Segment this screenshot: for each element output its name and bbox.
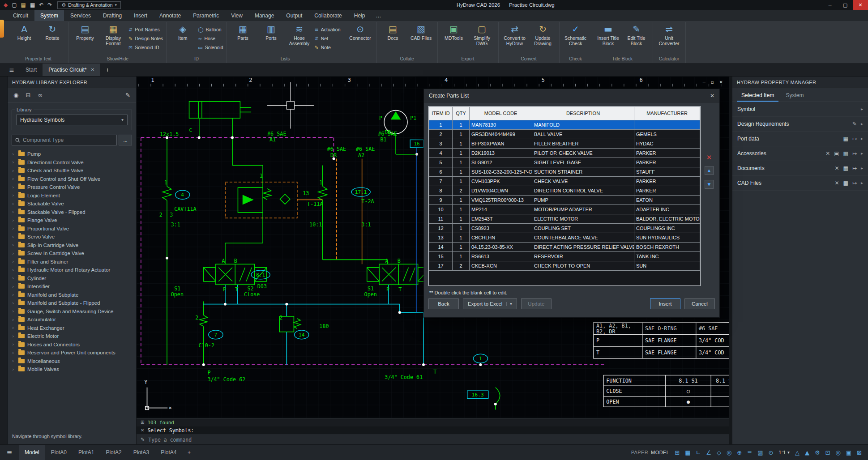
property-tab-system[interactable]: System bbox=[781, 90, 808, 102]
ribbon-button-height[interactable]: AHeight bbox=[11, 23, 37, 41]
ribbon-button-solenoid-id[interactable]: ⊡Solenoid ID bbox=[128, 43, 163, 51]
table-row[interactable]: 131CBCHLHNCOUNTERBALANCE VALVESUN HYDRAU… bbox=[429, 233, 700, 243]
polar-icon[interactable]: ∠ bbox=[706, 450, 711, 456]
export-icon[interactable]: ↦ bbox=[852, 180, 857, 186]
doc-tab-start[interactable]: Start bbox=[20, 64, 43, 76]
layout-tab-plota2[interactable]: PlotA2 bbox=[100, 445, 127, 460]
ribbon-tab-parametric[interactable]: Parametric bbox=[187, 10, 225, 21]
ribbon-button-convert-to-hydraw[interactable]: ⇄Convert to HyDraw bbox=[502, 23, 528, 46]
ribbon-button-item[interactable]: ◈Item bbox=[170, 23, 196, 41]
tree-item-manifold-and-subplate[interactable]: ›Manifold and Subplate bbox=[8, 291, 136, 299]
ribbon-button-rotate[interactable]: ↻Rotate bbox=[39, 23, 65, 41]
ribbon-button-unit-converter[interactable]: ⇌Unit Converter bbox=[656, 23, 682, 46]
drawing-restore-icon[interactable]: ▫ bbox=[711, 80, 714, 85]
ribbon-button-schematic-check[interactable]: ✓Schematic Check bbox=[563, 23, 589, 46]
table-row[interactable]: 61SUS-102-G32-200-125-P-OSUCTION STRAINE… bbox=[429, 167, 700, 177]
ribbon-button-solenoid[interactable]: ▭Solenoid bbox=[198, 43, 223, 51]
update-button[interactable]: Update bbox=[521, 298, 552, 309]
save-icon[interactable]: ▦ bbox=[843, 151, 848, 156]
table-row[interactable]: 14104.15.23-03-85-XXDIRECT ACTING PRESSU… bbox=[429, 243, 700, 252]
doc-tab-practise-circuit[interactable]: Practise Circuit*✕ bbox=[43, 64, 100, 76]
ribbon-tab-collaborate[interactable]: Collaborate bbox=[308, 10, 347, 21]
tree-item-servo-valve[interactable]: ›Servo Valve bbox=[8, 233, 136, 241]
ribbon-button-balloon[interactable]: ◯Balloon bbox=[198, 26, 223, 34]
workspace-selector[interactable]: ⚙ Drafting & Annotation ▾ bbox=[57, 1, 121, 9]
property-section-symbol[interactable]: Symbol▸ bbox=[732, 102, 868, 117]
ribbon-button-edit-title-block[interactable]: ✎Edit Title Block bbox=[624, 23, 650, 46]
minimize-button[interactable]: ─ bbox=[822, 0, 838, 10]
ribbon-tab-output[interactable]: Output bbox=[280, 10, 308, 21]
dialog-close-icon[interactable]: ✕ bbox=[710, 93, 714, 98]
layout-tab-model[interactable]: Model bbox=[19, 445, 45, 460]
close-button[interactable]: ✕ bbox=[853, 0, 868, 10]
export-icon[interactable]: ↦ bbox=[852, 151, 857, 156]
search-more-button[interactable]: ... bbox=[119, 135, 132, 145]
drawing-close-icon[interactable]: ✕ bbox=[719, 80, 723, 85]
cancel-button[interactable]: Cancel bbox=[684, 298, 715, 309]
tree-item-flange-valve[interactable]: ›Flange Valve bbox=[8, 216, 136, 225]
table-row[interactable]: 11MAN78130MANIFOLD bbox=[429, 120, 700, 130]
table-row[interactable]: 172CKEB-XCNCHECK PILOT TO OPENSUN bbox=[429, 261, 700, 271]
ribbon-button-simplify-dwg[interactable]: ▢Simplify DWG bbox=[469, 23, 495, 46]
new-doc-tab-button[interactable]: + bbox=[100, 64, 115, 76]
tree-item-proportional-valve[interactable]: ›Proportional Valve bbox=[8, 225, 136, 233]
delete-icon[interactable]: ✕ bbox=[835, 166, 839, 171]
ribbon-button-docs[interactable]: ▤Docs bbox=[380, 23, 406, 41]
tree-item-screw-in-cartridge-valve[interactable]: ›Screw-In Cartridge Valve bbox=[8, 249, 136, 258]
export-to-excel-dropdown[interactable]: Export to Excel ▾ bbox=[463, 298, 517, 309]
edit-icon[interactable]: ✎ bbox=[852, 121, 857, 127]
tree-item-pressure-control-valve[interactable]: ›Pressure Control Valve bbox=[8, 183, 136, 192]
ribbon-button-design-notes[interactable]: ✎Design Notes bbox=[128, 34, 163, 43]
tree-item-flow-control-and-shut-off-valve[interactable]: ›Flow Control and Shut Off Valve bbox=[8, 175, 136, 183]
tree-item-cylinder[interactable]: ›Cylinder bbox=[8, 274, 136, 283]
ports-view-icon[interactable]: ∞ bbox=[38, 92, 43, 98]
export-icon[interactable]: ↦ bbox=[852, 166, 857, 171]
tree-item-accumulator[interactable]: ›Accumulator bbox=[8, 315, 136, 324]
ribbon-tab-drafting[interactable]: Drafting bbox=[97, 10, 128, 21]
export-icon[interactable]: ↦ bbox=[852, 136, 857, 141]
back-button[interactable]: Back bbox=[428, 298, 459, 309]
ribbon-button-ports[interactable]: ▥Ports bbox=[258, 23, 284, 41]
property-tab-selected-item[interactable]: Selected Item bbox=[737, 90, 778, 102]
dialog-titlebar[interactable]: Create Parts List ✕ bbox=[424, 89, 719, 102]
table-row[interactable]: 121CS8923COUPLING SETCOUPLINGS INC bbox=[429, 224, 700, 233]
move-down-button[interactable]: ▼ bbox=[705, 180, 714, 189]
tree-item-hoses-and-connectors[interactable]: ›Hoses and Connectors bbox=[8, 341, 136, 349]
delete-row-icon[interactable]: ✕ bbox=[706, 154, 712, 161]
tree-item-intensifier[interactable]: ›Intensifier bbox=[8, 282, 136, 291]
tree-item-manifold-and-subplate-flipped[interactable]: ›Manifold and Subplate - Flipped bbox=[8, 299, 136, 307]
open-icon[interactable]: ▤ bbox=[21, 2, 26, 8]
autoscale-icon[interactable]: ▲ bbox=[805, 450, 809, 456]
save-icon[interactable]: ▦ bbox=[843, 166, 848, 171]
table-row[interactable]: 101MP214MOTOR/PUMP ADAPTERADAPTER INC bbox=[429, 205, 700, 214]
ribbon-tab-circuit[interactable]: Circuit bbox=[7, 10, 34, 21]
table-row[interactable]: 41D2K19013PILOT OP. CHECK VALVEPARKER bbox=[429, 149, 700, 158]
statusbar-menu-button[interactable]: ≡ bbox=[0, 445, 19, 460]
tree-item-reservoir-and-power-unit-components[interactable]: ›Reservoir and Power Unit components bbox=[8, 349, 136, 357]
ribbon-button-parts[interactable]: ▦Parts bbox=[230, 23, 256, 41]
redo-icon[interactable]: ↷ bbox=[47, 2, 52, 8]
ribbon-button-net[interactable]: #Net bbox=[315, 34, 341, 43]
tree-item-directional-control-valve[interactable]: ›Directional Control Valve bbox=[8, 158, 136, 167]
table-row[interactable]: 31BFP30XPWANFILLER BREATHERHYDAC bbox=[429, 139, 700, 149]
property-section-cad-files[interactable]: CAD Files✕▦↦▸ bbox=[732, 176, 868, 191]
edit-library-icon[interactable]: ✎ bbox=[125, 92, 130, 98]
delete-icon[interactable]: ✕ bbox=[825, 151, 830, 156]
ribbon-tab-system[interactable]: System bbox=[34, 10, 64, 21]
selection-cycling-icon[interactable]: ⊙ bbox=[768, 450, 773, 456]
ribbon-tab-view[interactable]: View bbox=[225, 10, 248, 21]
ribbon-button-actuation[interactable]: ≡Actuation bbox=[315, 26, 341, 34]
connections-view-icon[interactable]: ⊟ bbox=[26, 92, 30, 98]
isodraft-icon[interactable]: ◇ bbox=[717, 450, 721, 456]
property-section-design-requirements[interactable]: Design Requirements✎▸ bbox=[732, 117, 868, 132]
ribbon-button-note[interactable]: ✎Note bbox=[315, 43, 341, 51]
property-section-port-data[interactable]: Port data▦↦▸ bbox=[732, 132, 868, 146]
layout-tab-plota3[interactable]: PlotA3 bbox=[128, 445, 155, 460]
ribbon-button-update-drawing[interactable]: ↻Update Drawing bbox=[530, 23, 556, 46]
table-row[interactable]: 82D1VW004CLWNDIRECTION CONTROL VALVEPARK… bbox=[429, 186, 700, 196]
ribbon-tab-help[interactable]: Help bbox=[348, 10, 371, 21]
ribbon-tab-services[interactable]: Services bbox=[64, 10, 97, 21]
ribbon-button-property[interactable]: ▤Property bbox=[72, 23, 98, 41]
tree-item-filter-and-strainer[interactable]: ›Filter and Strainer bbox=[8, 258, 136, 266]
table-row[interactable]: 71CVH103PPKCHECK VALVEPARKER bbox=[429, 177, 700, 186]
